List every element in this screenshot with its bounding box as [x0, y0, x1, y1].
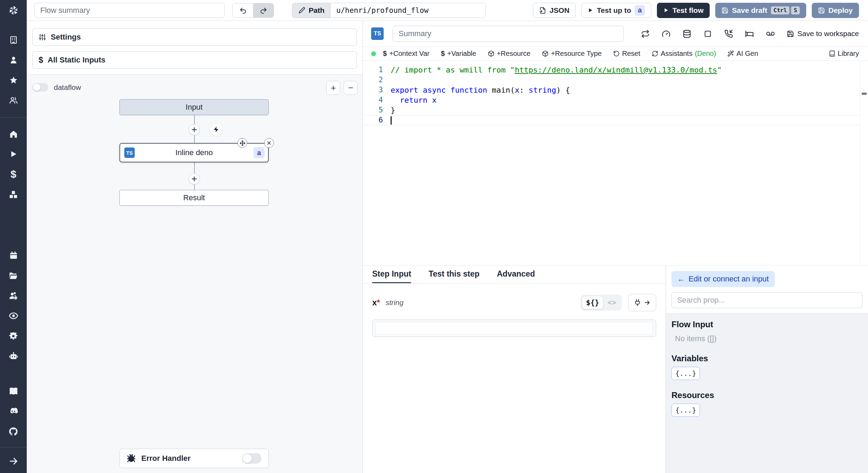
path-edit-button[interactable]: Path [292, 3, 331, 18]
variables-object-chip[interactable]: {...} [671, 367, 700, 380]
move-step-button[interactable] [237, 138, 247, 148]
library-button[interactable]: Library [829, 50, 859, 58]
step-tabs: Step Input Test this step Advanced [363, 265, 666, 284]
code-lines: // import * as wmill from "https://deno.… [363, 65, 860, 125]
repeat-icon[interactable] [641, 29, 650, 38]
phone-incoming-icon[interactable] [724, 29, 733, 38]
save-draft-button[interactable]: Save draft Ctrl S [715, 3, 806, 18]
search-prop-input[interactable] [671, 292, 862, 308]
add-step-button-top[interactable] [189, 124, 200, 135]
square-icon[interactable] [703, 29, 712, 38]
add-variable-button[interactable]: $+Variable [441, 50, 476, 58]
error-handler-toggle[interactable] [242, 453, 261, 464]
delete-step-button[interactable] [264, 138, 274, 148]
calendar-icon[interactable] [0, 245, 27, 265]
voicemail-icon[interactable] [766, 29, 775, 38]
typescript-badge: TS [371, 27, 384, 40]
code-mode-button[interactable]: <> [603, 298, 620, 307]
step-editor-header: TS Save to workspace [363, 21, 868, 47]
zoom-out-button[interactable]: − [344, 81, 358, 95]
required-mark: * [377, 298, 380, 307]
step-editor-panel: TS Save to workspace [363, 21, 868, 473]
resources-object-chip[interactable]: {...} [671, 404, 700, 417]
user-icon[interactable] [0, 50, 27, 70]
trigger-bolt-button[interactable] [210, 123, 223, 136]
flow-settings-button[interactable]: Settings [32, 28, 357, 46]
users-icon[interactable] [0, 90, 27, 110]
book-open-icon[interactable] [0, 381, 27, 401]
all-static-inputs-button[interactable]: $ All Static Inputs [32, 51, 357, 69]
tab-test-this-step[interactable]: Test this step [428, 265, 479, 283]
test-up-to-step-badge[interactable]: a [635, 5, 645, 16]
play-icon[interactable] [0, 144, 27, 164]
boxes-icon[interactable] [0, 184, 27, 204]
robot-icon[interactable] [0, 346, 27, 366]
building-icon[interactable] [0, 30, 27, 50]
eye-icon[interactable] [0, 306, 27, 326]
field-x-input[interactable] [375, 322, 653, 335]
dollar-icon[interactable]: $ [0, 164, 27, 184]
template-mode-button[interactable]: ${} [582, 296, 603, 309]
database-icon[interactable] [683, 29, 691, 38]
flow-panel: Settings $ All Static Inputs dataflow + … [27, 21, 363, 473]
edit-or-connect-label: Edit or connect an input [688, 274, 769, 284]
github-icon[interactable] [0, 421, 27, 441]
star-icon[interactable] [0, 70, 27, 90]
lightning-bolt-icon [213, 126, 220, 133]
test-flow-button[interactable]: Test flow [657, 3, 710, 18]
path-value-input[interactable] [331, 3, 485, 18]
flow-summary-input[interactable] [34, 3, 225, 18]
ai-gen-label: AI Gen [736, 50, 758, 58]
users-cog-icon[interactable] [0, 286, 27, 306]
save-icon [818, 7, 825, 14]
bed-icon[interactable] [745, 29, 754, 38]
gauge-icon[interactable] [662, 29, 670, 38]
flow-result-node[interactable]: Result [119, 190, 269, 206]
dataflow-label: dataflow [54, 83, 81, 92]
folder-open-icon[interactable] [0, 265, 27, 286]
assistants-lang-label: (Deno) [695, 50, 716, 58]
connect-input-button[interactable] [628, 294, 656, 311]
add-resource-button[interactable]: +Resource [488, 50, 531, 58]
add-resource-type-button[interactable]: +Resource Type [542, 50, 602, 58]
resources-title: Resources [671, 390, 862, 400]
flow-input-node[interactable]: Input [119, 99, 269, 115]
code-editor[interactable]: 123456 // import * as wmill from "https:… [363, 61, 868, 265]
code-gutter: 123456 [363, 65, 383, 125]
settings-gear-icon[interactable] [0, 326, 27, 346]
ai-gen-button[interactable]: AI Gen [727, 50, 758, 58]
sidebar-divider [0, 117, 27, 118]
kbd-ctrl: Ctrl [771, 6, 790, 15]
add-step-button-bottom[interactable] [189, 173, 200, 185]
deploy-button[interactable]: Deploy [812, 3, 859, 18]
discord-icon[interactable] [0, 401, 27, 421]
redo-button[interactable] [253, 3, 274, 17]
add-context-var-button[interactable]: $+Context Var [383, 50, 429, 58]
kbd-s: S [791, 6, 800, 15]
zoom-in-button[interactable]: + [326, 81, 340, 95]
tab-advanced[interactable]: Advanced [497, 265, 535, 283]
json-button[interactable]: JSON [533, 3, 576, 18]
step-summary-input[interactable] [393, 26, 624, 42]
tab-step-input[interactable]: Step Input [372, 265, 411, 283]
edit-or-connect-button[interactable]: ← Edit or connect an input [671, 271, 775, 287]
overview-ruler[interactable] [860, 61, 868, 265]
editor-toolbar: $+Context Var $+Variable +Resource +Reso… [363, 47, 868, 61]
save-to-workspace-button[interactable]: Save to workspace [787, 29, 859, 38]
package-icon [488, 50, 494, 57]
reset-label: Reset [622, 50, 640, 58]
test-up-to-button[interactable]: Test up to a [581, 3, 651, 18]
assistants-button[interactable]: Assistants (Deno) [652, 50, 716, 58]
flow-graph-canvas[interactable]: dataflow + − Input [27, 75, 362, 473]
reset-button[interactable]: Reset [613, 50, 640, 58]
windmill-logo[interactable] [0, 0, 27, 21]
error-handler-row[interactable]: Error Handler [119, 449, 269, 468]
expand-sidebar-button[interactable] [0, 453, 27, 470]
variables-title: Variables [671, 354, 862, 363]
undo-button[interactable] [233, 3, 253, 17]
move-icon [240, 140, 245, 146]
inline-deno-step-node[interactable]: TS Inline deno a [119, 143, 269, 162]
dataflow-toggle[interactable] [32, 83, 48, 92]
home-icon[interactable] [0, 124, 27, 144]
save-icon [721, 7, 728, 14]
